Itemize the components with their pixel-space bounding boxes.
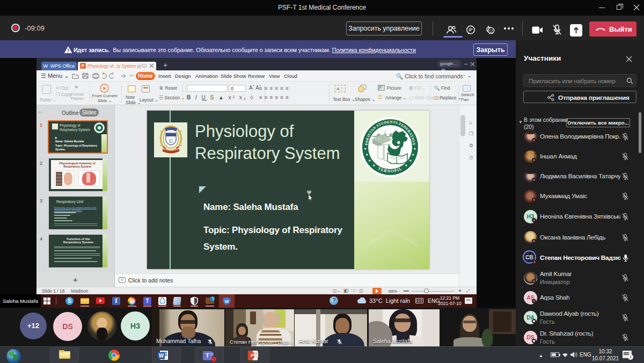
svg-text:★: ★ xyxy=(413,147,416,150)
svg-text:U: U xyxy=(169,138,173,144)
svg-text:★: ★ xyxy=(409,159,412,162)
svg-text:★: ★ xyxy=(405,164,407,167)
svg-text:W: W xyxy=(225,299,229,304)
svg-text:★: ★ xyxy=(372,164,375,167)
svg-text:★: ★ xyxy=(412,153,414,156)
svg-text:★: ★ xyxy=(364,147,367,150)
svg-text:★: ★ xyxy=(368,159,371,162)
svg-text:★: ★ xyxy=(365,153,368,156)
